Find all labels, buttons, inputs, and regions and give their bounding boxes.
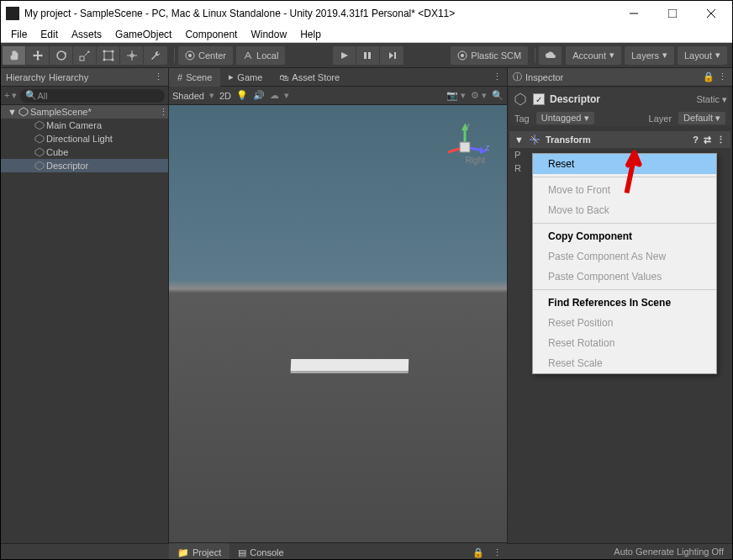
move-tool[interactable] bbox=[26, 46, 50, 65]
svg-text:y: y bbox=[465, 122, 470, 130]
ctx-paste-new[interactable]: Paste Component As New bbox=[533, 246, 716, 267]
menubar: File Edit Assets GameObject Component Wi… bbox=[1, 26, 732, 43]
hierarchy-item-camera[interactable]: Main Camera bbox=[1, 119, 168, 132]
svg-point-7 bbox=[103, 50, 105, 52]
lock-icon[interactable]: 🔒 bbox=[703, 71, 715, 82]
transform-icon bbox=[529, 134, 541, 145]
unity-scene-icon bbox=[18, 107, 29, 117]
unity-icon bbox=[6, 7, 19, 20]
layout-dropdown[interactable]: Layout ▾ bbox=[678, 46, 727, 65]
transform-header[interactable]: ▼ Transform ? ⇄ ⋮ bbox=[509, 131, 730, 148]
svg-rect-15 bbox=[368, 52, 371, 59]
hierarchy-item-cube[interactable]: Cube bbox=[1, 145, 168, 159]
gameobject-icon bbox=[34, 134, 45, 144]
inspector-menu-icon[interactable]: ⋮ bbox=[718, 71, 727, 82]
maximize-button[interactable] bbox=[653, 1, 692, 26]
hierarchy-menu-icon[interactable]: ⋮ bbox=[154, 71, 163, 82]
svg-rect-14 bbox=[364, 52, 366, 59]
preset-icon[interactable]: ⇄ bbox=[704, 135, 711, 145]
2d-toggle[interactable]: 2D bbox=[219, 91, 231, 101]
scene-view[interactable]: yz Right bbox=[169, 105, 507, 542]
ctx-paste-values[interactable]: Paste Component Values bbox=[533, 267, 716, 287]
account-dropdown[interactable]: Account ▾ bbox=[566, 46, 621, 65]
svg-point-9 bbox=[103, 58, 105, 61]
layers-dropdown[interactable]: Layers ▾ bbox=[625, 46, 674, 65]
menu-edit[interactable]: Edit bbox=[34, 27, 65, 42]
scene-search[interactable]: 🔍 bbox=[492, 90, 504, 101]
hand-tool[interactable] bbox=[3, 46, 26, 65]
svg-point-10 bbox=[111, 58, 113, 61]
svg-rect-1 bbox=[668, 9, 677, 18]
cloud-button[interactable] bbox=[539, 46, 562, 65]
minimize-button[interactable] bbox=[614, 1, 653, 26]
play-button[interactable] bbox=[333, 46, 356, 65]
gizmos-dropdown[interactable]: ⚙ ▾ bbox=[471, 90, 487, 101]
svg-rect-24 bbox=[460, 142, 470, 152]
svg-rect-6 bbox=[104, 51, 113, 60]
menu-window[interactable]: Window bbox=[244, 27, 293, 42]
lighting-icon[interactable]: 💡 bbox=[236, 90, 248, 101]
svg-rect-5 bbox=[80, 56, 84, 61]
orientation-gizmo[interactable]: yz bbox=[440, 122, 490, 172]
menu-assets[interactable]: Assets bbox=[65, 27, 108, 42]
transform-tool[interactable] bbox=[120, 46, 144, 65]
tab-project[interactable]: 📁Project bbox=[169, 543, 229, 560]
object-name-field[interactable]: Descriptor bbox=[550, 93, 691, 105]
pause-button[interactable] bbox=[356, 46, 380, 65]
tab-game[interactable]: ▸Game bbox=[220, 68, 271, 87]
window-title: My project - SampleScene - PC, Mac & Lin… bbox=[24, 8, 614, 19]
project-panel: 📁Project ▤Console 🔒 ⋮ + ▾ 🔍 ⭐ ◆ ★ 👁9 ▼ ★… bbox=[169, 542, 507, 543]
tab-scene[interactable]: #Scene bbox=[169, 68, 220, 87]
close-button[interactable] bbox=[692, 1, 730, 26]
static-dropdown[interactable]: Static ▾ bbox=[696, 94, 727, 105]
menu-component[interactable]: Component bbox=[178, 27, 244, 42]
step-button[interactable] bbox=[380, 46, 403, 65]
lighting-status[interactable]: Auto Generate Lighting Off bbox=[614, 547, 724, 557]
svg-rect-16 bbox=[394, 52, 396, 59]
svg-point-8 bbox=[111, 50, 113, 52]
hierarchy-item-light[interactable]: Directional Light bbox=[1, 132, 168, 145]
svg-point-18 bbox=[461, 54, 464, 57]
shading-dropdown[interactable]: Shaded bbox=[172, 91, 204, 101]
rotate-tool[interactable] bbox=[50, 46, 73, 65]
help-icon[interactable]: ? bbox=[693, 135, 699, 145]
gizmo-label: Right bbox=[466, 156, 485, 165]
ctx-reset-position[interactable]: Reset Position bbox=[533, 313, 716, 333]
window-titlebar: My project - SampleScene - PC, Mac & Lin… bbox=[1, 1, 732, 26]
hierarchy-tab-title[interactable]: Hierarchy bbox=[6, 72, 45, 82]
hierarchy-item-descriptor[interactable]: Descriptor bbox=[1, 159, 168, 172]
audio-icon[interactable]: 🔊 bbox=[253, 90, 265, 101]
gameobject-icon bbox=[34, 161, 45, 171]
menu-help[interactable]: Help bbox=[293, 27, 328, 42]
component-menu-icon[interactable]: ⋮ bbox=[716, 135, 725, 145]
main-toolbar: Center Local Plastic SCM Account ▾ Layer… bbox=[1, 43, 732, 68]
scene-menu-icon[interactable]: ⋮ bbox=[159, 107, 168, 118]
menu-file[interactable]: File bbox=[4, 27, 34, 42]
active-checkbox[interactable]: ✓ bbox=[533, 93, 545, 105]
scene-row[interactable]: ▼ SampleScene* ⋮ bbox=[1, 105, 168, 119]
ctx-reset-scale[interactable]: Reset Scale bbox=[533, 353, 716, 373]
custom-tool[interactable] bbox=[144, 46, 167, 65]
project-menu-icon[interactable]: ⋮ bbox=[488, 547, 507, 558]
fx-icon[interactable]: ☁ bbox=[270, 90, 279, 101]
ctx-find-references[interactable]: Find References In Scene bbox=[533, 293, 716, 313]
menu-gameobject[interactable]: GameObject bbox=[108, 27, 178, 42]
pivot-toggle[interactable]: Center bbox=[178, 46, 233, 65]
gameobject-icon bbox=[513, 92, 528, 107]
lock-icon[interactable]: 🔒 bbox=[469, 547, 488, 558]
hierarchy-search[interactable]: 🔍 All bbox=[20, 89, 165, 103]
scene-tab-menu-icon[interactable]: ⋮ bbox=[488, 71, 507, 82]
rect-tool[interactable] bbox=[97, 46, 120, 65]
ctx-reset-rotation[interactable]: Reset Rotation bbox=[533, 333, 716, 353]
scale-tool[interactable] bbox=[73, 46, 97, 65]
plastic-scm-button[interactable]: Plastic SCM bbox=[451, 46, 528, 65]
tab-asset-store[interactable]: 🛍Asset Store bbox=[271, 68, 348, 87]
layer-dropdown[interactable]: Default ▾ bbox=[678, 112, 725, 124]
create-dropdown[interactable]: + ▾ bbox=[4, 90, 17, 101]
tag-dropdown[interactable]: Untagged ▾ bbox=[536, 112, 594, 124]
ctx-copy-component[interactable]: Copy Component bbox=[533, 226, 716, 246]
camera-icon[interactable]: 📷 ▾ bbox=[446, 90, 466, 101]
space-toggle[interactable]: Local bbox=[236, 46, 285, 65]
svg-point-4 bbox=[57, 51, 66, 60]
tab-console[interactable]: ▤Console bbox=[229, 543, 292, 560]
